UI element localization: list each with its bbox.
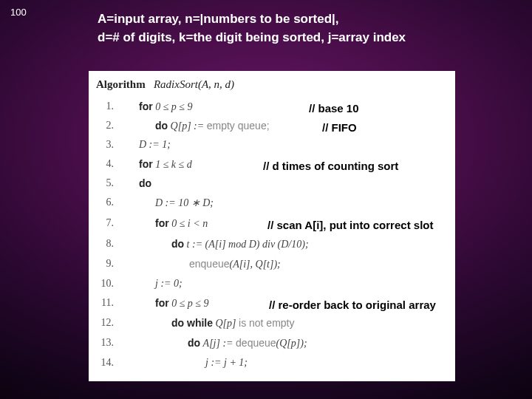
- slide: 100 A=input array, n=|numbers to be sort…: [0, 0, 532, 399]
- math: 1 ≤ k ≤ d: [155, 159, 192, 170]
- algorithm-name: RadixSort: [154, 78, 198, 90]
- line-number: 12.: [93, 317, 114, 329]
- math: 0 ≤ p ≤ 9: [155, 101, 192, 112]
- algorithm-panel: Algorithm RadixSort(A, n, d) // base 10 …: [89, 71, 455, 381]
- text: is not empty: [239, 317, 294, 329]
- header-line-2: d=# of digits, k=the digit being sorted,…: [98, 29, 502, 47]
- math: Q[p]: [216, 318, 236, 329]
- code-line-7: 7. for 0 ≤ i < n: [93, 217, 451, 236]
- code-line-13: 13. do A[j] := dequeue(Q[p]);: [93, 337, 451, 356]
- algorithm-title: Algorithm RadixSort(A, n, d): [96, 78, 234, 91]
- kw-for: for: [139, 158, 153, 170]
- math: j := j + 1;: [205, 357, 248, 368]
- math: (A[i], Q[t]);: [230, 259, 281, 270]
- code-line-14: 14. j := j + 1;: [93, 357, 451, 376]
- kw-for: for: [155, 297, 169, 309]
- code-line-11: 11. for 0 ≤ p ≤ 9: [93, 297, 451, 316]
- code-line-4: 4. for 1 ≤ k ≤ d: [93, 158, 451, 177]
- algorithm-body: Algorithm RadixSort(A, n, d) // base 10 …: [89, 71, 455, 381]
- kw-for: for: [139, 100, 153, 112]
- line-number: 9.: [93, 258, 114, 270]
- slide-number: 100: [10, 7, 27, 17]
- kw-do-while: do while: [171, 317, 213, 329]
- code-line-3: 3. D := 1;: [93, 139, 451, 158]
- math: Q[p] :=: [171, 120, 205, 132]
- line-number: 10.: [93, 278, 114, 290]
- math: (Q[p]);: [276, 338, 307, 349]
- text: empty queue;: [207, 120, 270, 132]
- line-number: 3.: [93, 139, 114, 151]
- line-number: 1.: [93, 100, 114, 112]
- algorithm-args: (A, n, d): [198, 78, 234, 90]
- code-line-8: 8. do t := (A[i] mod D) div (D/10);: [93, 238, 451, 257]
- line-number: 7.: [93, 217, 114, 229]
- kw-for: for: [155, 217, 169, 229]
- line-number: 11.: [93, 297, 114, 309]
- text: dequeue: [236, 337, 276, 349]
- code-line-2: 2. do Q[p] := empty queue;: [93, 120, 451, 139]
- line-number: 2.: [93, 120, 114, 132]
- kw-do: do: [139, 177, 151, 189]
- math: D := 10 ∗ D;: [155, 197, 214, 208]
- line-number: 5.: [93, 177, 114, 189]
- math: D := 1;: [139, 139, 171, 150]
- kw-do: do: [171, 238, 184, 250]
- algorithm-keyword: Algorithm: [96, 78, 146, 90]
- math: j := 0;: [155, 278, 183, 289]
- code-line-6: 6. D := 10 ∗ D;: [93, 197, 451, 216]
- line-number: 14.: [93, 357, 114, 369]
- kw-do: do: [155, 120, 168, 132]
- code-line-12: 12. do while Q[p] is not empty: [93, 317, 451, 336]
- line-number: 6.: [93, 197, 114, 208]
- math: 0 ≤ i < n: [171, 218, 208, 229]
- code-line-1: 1. for 0 ≤ p ≤ 9: [93, 100, 451, 120]
- header-line-1: A=input array, n=|numbers to be sorted|,: [98, 10, 502, 29]
- code-line-10: 10. j := 0;: [93, 278, 451, 297]
- code-line-9: 9. enqueue(A[i], Q[t]);: [93, 258, 451, 277]
- header-text: A=input array, n=|numbers to be sorted|,…: [98, 10, 502, 47]
- math: A[j] :=: [203, 338, 233, 349]
- line-number: 4.: [93, 158, 114, 170]
- kw-do: do: [188, 337, 200, 349]
- math: t := (A[i] mod D) div (D/10);: [187, 239, 309, 250]
- math: 0 ≤ p ≤ 9: [171, 298, 208, 309]
- text: enqueue: [189, 258, 230, 270]
- code-line-5: 5. do: [93, 177, 451, 197]
- line-number: 8.: [93, 238, 114, 250]
- line-number: 13.: [93, 337, 114, 349]
